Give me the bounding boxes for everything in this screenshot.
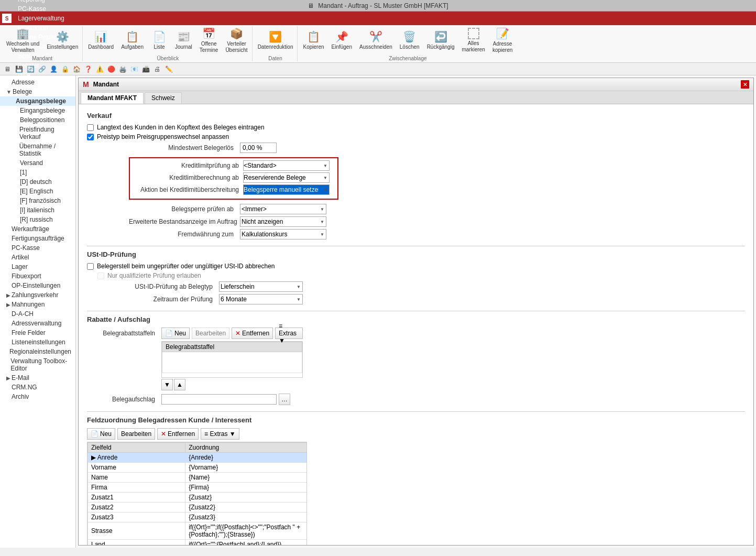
quick-btn-15[interactable]: ✏️: [163, 64, 174, 74]
table-row[interactable]: Name{Name}: [88, 473, 308, 483]
sidebar-item-franzoesisch[interactable]: [F] französisch: [0, 196, 75, 205]
quick-btn-1[interactable]: 🖥: [2, 64, 13, 74]
fremdwaehrung-select[interactable]: Kalkulationskurs: [240, 229, 326, 239]
sidebar-item-uebernahme[interactable]: Übernahme / Statistik: [0, 141, 75, 158]
toolbar-btn-liste[interactable]: 📄 Liste: [148, 27, 171, 54]
belegaufschlag-browse-btn[interactable]: …: [279, 394, 290, 405]
mindestwert-input[interactable]: [240, 143, 277, 153]
sidebar-item-preisfindung[interactable]: Preisfindung Verkauf: [0, 125, 75, 141]
toolbar-btn-einfuegen[interactable]: 📌 Einfügen: [328, 27, 355, 54]
sidebar-item-felder[interactable]: Freie Felder: [0, 328, 75, 337]
table-row[interactable]: Zusatz2{Zusatz2}: [88, 503, 308, 513]
belegrabatt-up-btn[interactable]: ▲: [174, 379, 185, 390]
sidebar-item-email[interactable]: ▶E-Mail: [0, 373, 75, 383]
toolbar-btn-adressekopieren[interactable]: 📝 Adressekopieren: [489, 26, 516, 54]
quick-btn-12[interactable]: 📧: [129, 64, 139, 74]
table-row[interactable]: Zusatz1{Zusatz}: [88, 493, 308, 503]
toolbar-btn-einstellungen[interactable]: ⚙️ Einstellungen: [43, 27, 81, 54]
credit-aktion-select[interactable]: Belegsperre manuell setzen: [243, 184, 330, 195]
quick-btn-7[interactable]: 🏠: [71, 64, 82, 74]
table-row[interactable]: Zusatz3{Zusatz3}: [88, 513, 308, 522]
sidebar-item-artikel[interactable]: Artikel: [0, 253, 75, 262]
sidebar-item-adressverwaltung[interactable]: Adressverwaltung: [0, 319, 75, 328]
sidebar-item-adresse[interactable]: Adresse: [0, 78, 75, 87]
belegaufschlag-input[interactable]: [161, 394, 277, 405]
toolbar-btn-dashboard[interactable]: 📊 Dashboard: [85, 27, 117, 54]
sidebar-item-belegpositionen[interactable]: Belegpositionen: [0, 115, 75, 125]
sidebar-item-mahnungen[interactable]: ▶Mahnungen: [0, 300, 75, 309]
sidebar-item-versand[interactable]: Versand: [0, 158, 75, 168]
credit-pruefung-select[interactable]: <Standard>: [243, 160, 330, 171]
sidebar-item-listeneinst[interactable]: Listeneinstellungen: [0, 337, 75, 347]
sidebar-item-fertigungsauftraege[interactable]: Fertigungsaufträge: [0, 234, 75, 243]
sidebar-item-lager[interactable]: Lager: [0, 262, 75, 271]
sidebar-item-russisch[interactable]: [R] russisch: [0, 215, 75, 224]
toolbar-btn-kopieren[interactable]: 📋 Kopieren: [300, 27, 327, 54]
toolbar-btn-aufgaben[interactable]: 📋 Aufgaben: [118, 27, 147, 54]
toolbar-btn-loeschen[interactable]: 🗑️ Löschen: [397, 27, 423, 54]
belegrabatt-entfernen-btn[interactable]: ✕ Entfernen: [232, 328, 273, 339]
menu-item-reporting[interactable]: Reporting: [14, 0, 69, 4]
checkbox-langtext[interactable]: [87, 124, 94, 131]
belegsperre-select[interactable]: <Immer>: [240, 204, 326, 214]
table-row[interactable]: ▶ Anrede{Anrede}: [88, 453, 308, 463]
bestandsanzeige-select[interactable]: Nicht anzeigen: [240, 216, 326, 227]
sidebar-item-op[interactable]: OP-Einstellungen: [0, 281, 75, 290]
quick-btn-4[interactable]: 🔗: [37, 64, 47, 74]
credit-berechnung-select[interactable]: Reservierende Belege: [243, 172, 330, 183]
table-row[interactable]: Vorname{Vorname}: [88, 463, 308, 473]
toolbar-btn-ausschneiden[interactable]: ✂️ Ausschneiden: [356, 27, 396, 54]
sidebar-item-eingangsbelege[interactable]: Eingangsbelege: [0, 106, 75, 115]
quick-btn-10[interactable]: 🔴: [106, 64, 116, 74]
feldzuordnung-entfernen-btn[interactable]: ✕ Entfernen: [157, 428, 199, 440]
belegrabatt-down-btn[interactable]: ▼: [161, 379, 173, 390]
quick-btn-14[interactable]: 🖨: [152, 64, 162, 74]
sidebar-item-dach[interactable]: D-A-CH: [0, 309, 75, 319]
toolbar-btn-rueckgaengig[interactable]: ↩️ Rückgängig: [424, 27, 458, 54]
sidebar-item-crmng[interactable]: CRM.NG: [0, 383, 75, 392]
sidebar-item-englisch[interactable]: [E] Englisch: [0, 187, 75, 196]
sidebar-item-italienisch[interactable]: [I] italienisch: [0, 205, 75, 215]
sidebar-item-zahlungsverkehr[interactable]: ▶Zahlungsverkehr: [0, 290, 75, 300]
belegrabatt-extras-btn[interactable]: ≡ Extras ▼: [275, 328, 303, 339]
quick-btn-9[interactable]: ⚠️: [94, 64, 105, 74]
sidebar-item-werkauftraege[interactable]: Werkaufträge: [0, 224, 75, 234]
sidebar-item-ausgangsbelege[interactable]: Ausgangsbelege: [0, 96, 75, 106]
toolbar-btn-offene[interactable]: 📅 OffeneTermine: [196, 26, 222, 54]
quick-btn-11[interactable]: 🖨️: [117, 64, 128, 74]
menu-item-lagerverwaltung[interactable]: Lagerverwaltung: [14, 14, 69, 23]
tab-mandant[interactable]: Mandant MFAKT: [81, 92, 144, 104]
toolbar-btn-journal[interactable]: 📰 Journal: [172, 27, 195, 54]
ust-belegtyp-select[interactable]: Lieferschein: [219, 281, 303, 292]
toolbar-btn-wechseln[interactable]: 🏢 Wechseln undVerwalten: [3, 26, 42, 54]
sidebar-item-toolbox[interactable]: Verwaltung Toolbox-Editor: [0, 356, 75, 373]
checkbox-belegerstell[interactable]: [87, 263, 94, 270]
table-row[interactable]: Landif({Ort}="";{PostfachLand};{Land}): [88, 540, 308, 546]
sidebar-item-deutsch[interactable]: [D] deutsch: [0, 177, 75, 187]
sidebar-item-belege[interactable]: ▼Belege: [0, 87, 75, 96]
tab-schweiz[interactable]: Schweiz: [145, 92, 182, 104]
quick-btn-2[interactable]: 💾: [14, 64, 24, 74]
quick-btn-5[interactable]: 👤: [48, 64, 59, 74]
feldzuordnung-bearbeiten-btn[interactable]: Bearbeiten: [117, 428, 155, 440]
belegrabatt-neu-btn[interactable]: 📄 Neu: [161, 328, 190, 339]
checkbox-preistyp[interactable]: [87, 134, 94, 140]
menu-item-pckasse[interactable]: PC-Kasse: [14, 4, 69, 14]
sidebar-item-archiv[interactable]: Archiv: [0, 392, 75, 401]
sidebar-item-regionaleinst[interactable]: Regionaleinstellungen: [0, 347, 75, 356]
quick-btn-3[interactable]: 🔄: [25, 64, 36, 74]
sidebar-item-lang1[interactable]: [1]: [0, 168, 75, 177]
table-row[interactable]: Firma{Firma}: [88, 483, 308, 493]
feldzuordnung-neu-btn[interactable]: 📄 Neu: [87, 428, 115, 440]
sidebar-item-fibuexport[interactable]: Fibuexport: [0, 271, 75, 281]
quick-btn-13[interactable]: 📠: [140, 64, 151, 74]
toolbar-btn-datenreduktion[interactable]: 🔽 Datenreduktion: [255, 27, 297, 54]
quick-btn-8[interactable]: ❓: [83, 64, 93, 74]
feldzuordnung-extras-btn[interactable]: ≡ Extras ▼: [201, 428, 239, 440]
table-row[interactable]: Strasseif({Ort}="";if({Postfach}<>"";"Po…: [88, 522, 308, 540]
ust-zeitraum-select[interactable]: 6 Monate: [219, 294, 303, 304]
toolbar-btn-allesmarkieren[interactable]: Allesmarkieren: [458, 27, 488, 54]
sidebar-item-pckasse[interactable]: PC-Kasse: [0, 243, 75, 253]
toolbar-btn-verteiler[interactable]: 📦 VerteilerÜbersicht: [222, 26, 250, 54]
quick-btn-6[interactable]: 🔒: [60, 64, 70, 74]
